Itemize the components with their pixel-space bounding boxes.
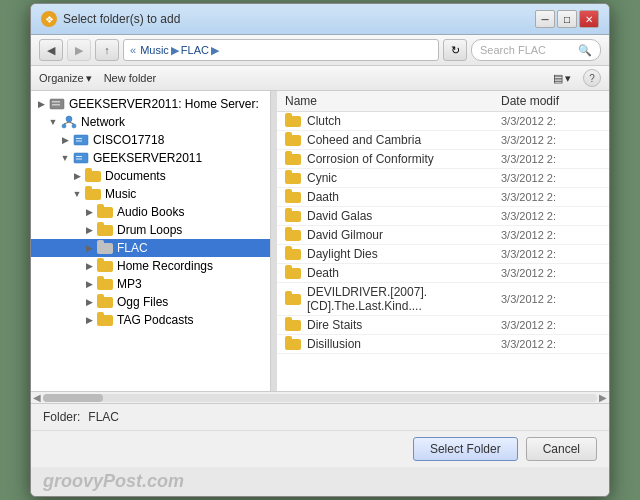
- file-row[interactable]: Coheed and Cambria 3/3/2012 2:: [277, 131, 609, 150]
- tree-item-network[interactable]: ▼ Network: [31, 113, 270, 131]
- file-row[interactable]: Death 3/3/2012 2:: [277, 264, 609, 283]
- path-flac[interactable]: FLAC: [181, 44, 209, 56]
- file-date: 3/3/2012 2:: [501, 229, 601, 241]
- music-folder-icon: [85, 189, 101, 200]
- file-row[interactable]: David Gilmour 3/3/2012 2:: [277, 226, 609, 245]
- file-list-panel: Name Date modif Clutch 3/3/2012 2: Cohee…: [277, 91, 609, 391]
- file-row[interactable]: Cynic 3/3/2012 2:: [277, 169, 609, 188]
- tree-item-documents[interactable]: ▶ Documents: [31, 167, 270, 185]
- file-date: 3/3/2012 2:: [501, 115, 601, 127]
- cisco-expand-icon: ▶: [59, 134, 71, 146]
- flac-expand-icon: ▶: [83, 242, 95, 254]
- second-toolbar: Organize ▾ New folder ▤ ▾ ?: [31, 66, 609, 91]
- help-button[interactable]: ?: [583, 69, 601, 87]
- tree-item-drumloops[interactable]: ▶ Drum Loops: [31, 221, 270, 239]
- tree-item-music[interactable]: ▼ Music: [31, 185, 270, 203]
- refresh-button[interactable]: ↻: [443, 39, 467, 61]
- file-row[interactable]: Disillusion 3/3/2012 2:: [277, 335, 609, 354]
- svg-point-5: [72, 124, 76, 128]
- tree-item-cisco[interactable]: ▶ CISCO17718: [31, 131, 270, 149]
- file-folder-icon: [285, 268, 301, 279]
- minimize-button[interactable]: ─: [535, 10, 555, 28]
- tree-item-oggfiles[interactable]: ▶ Ogg Files: [31, 293, 270, 311]
- forward-button[interactable]: ▶: [67, 39, 91, 61]
- file-date: 3/3/2012 2:: [501, 191, 601, 203]
- tree-item-tagpodcasts[interactable]: ▶ TAG Podcasts: [31, 311, 270, 329]
- main-area: ▶ GEEKSERVER2011: Home Server: ▼: [31, 91, 609, 391]
- mp3-folder-icon: [97, 279, 113, 290]
- file-row[interactable]: Daath 3/3/2012 2:: [277, 188, 609, 207]
- select-folder-button[interactable]: Select Folder: [413, 437, 518, 461]
- file-row[interactable]: Clutch 3/3/2012 2:: [277, 112, 609, 131]
- file-folder-icon: [285, 154, 301, 165]
- drumloops-folder-icon: [97, 225, 113, 236]
- file-name: David Galas: [307, 209, 501, 223]
- title-bar: ❖ Select folder(s) to add ─ □ ✕: [31, 4, 609, 35]
- horizontal-scrollbar[interactable]: ◀ ▶: [31, 391, 609, 403]
- dialog-title: Select folder(s) to add: [63, 12, 180, 26]
- scrollbar-thumb[interactable]: [43, 394, 103, 402]
- mp3-label: MP3: [117, 277, 142, 291]
- tree-item-geekserver[interactable]: ▼ GEEKSERVER2011: [31, 149, 270, 167]
- new-folder-button[interactable]: New folder: [104, 72, 157, 84]
- file-folder-icon: [285, 249, 301, 260]
- file-date: 3/3/2012 2:: [501, 153, 601, 165]
- watermark: groovyPost.com: [31, 467, 609, 496]
- file-row[interactable]: David Galas 3/3/2012 2:: [277, 207, 609, 226]
- file-folder-icon: [285, 211, 301, 222]
- file-row[interactable]: Corrosion of Conformity 3/3/2012 2:: [277, 150, 609, 169]
- cisco-label: CISCO17718: [93, 133, 164, 147]
- cancel-button[interactable]: Cancel: [526, 437, 597, 461]
- mp3-expand-icon: ▶: [83, 278, 95, 290]
- file-row[interactable]: DEVILDRIVER.[2007].[CD].The.Last.Kind...…: [277, 283, 609, 316]
- file-name: Daath: [307, 190, 501, 204]
- network-icon: [61, 115, 77, 129]
- tree-item-mp3[interactable]: ▶ MP3: [31, 275, 270, 293]
- view-button[interactable]: ▤ ▾: [553, 72, 571, 85]
- file-date: 3/3/2012 2:: [501, 319, 601, 331]
- file-name: Death: [307, 266, 501, 280]
- path-sep-1: ▶: [171, 44, 179, 57]
- action-bar: Select Folder Cancel: [31, 430, 609, 467]
- tree-item-homerecordings[interactable]: ▶ Home Recordings: [31, 257, 270, 275]
- homerecordings-label: Home Recordings: [117, 259, 213, 273]
- close-button[interactable]: ✕: [579, 10, 599, 28]
- tree-server-root[interactable]: ▶ GEEKSERVER2011: Home Server:: [31, 95, 270, 113]
- server-icon: [49, 97, 65, 111]
- svg-line-6: [64, 122, 69, 124]
- network-expand-icon: ▼: [47, 116, 59, 128]
- file-folder-icon: [285, 116, 301, 127]
- path-bar[interactable]: « Music ▶ FLAC ▶: [123, 39, 439, 61]
- folder-bar-label: Folder:: [43, 410, 80, 424]
- svg-rect-13: [76, 159, 82, 160]
- cisco-server-icon: [73, 133, 89, 147]
- file-row[interactable]: Dire Staits 3/3/2012 2:: [277, 316, 609, 335]
- file-date: 3/3/2012 2:: [501, 267, 601, 279]
- file-name: Daylight Dies: [307, 247, 501, 261]
- back-button[interactable]: ◀: [39, 39, 63, 61]
- flac-label: FLAC: [117, 241, 148, 255]
- file-name: Disillusion: [307, 337, 501, 351]
- drumloops-label: Drum Loops: [117, 223, 182, 237]
- up-button[interactable]: ↑: [95, 39, 119, 61]
- navigation-toolbar: ◀ ▶ ↑ « Music ▶ FLAC ▶ ↻ Search FLAC 🔍: [31, 35, 609, 66]
- col-date-header[interactable]: Date modif: [501, 94, 601, 108]
- path-prefix: «: [130, 44, 136, 56]
- path-music[interactable]: Music: [140, 44, 169, 56]
- file-folder-icon: [285, 339, 301, 350]
- search-bar[interactable]: Search FLAC 🔍: [471, 39, 601, 61]
- audiobooks-folder-icon: [97, 207, 113, 218]
- tree-item-audiobooks[interactable]: ▶ Audio Books: [31, 203, 270, 221]
- tree-item-flac[interactable]: ▶ FLAC: [31, 239, 270, 257]
- maximize-button[interactable]: □: [557, 10, 577, 28]
- music-expand-icon: ▼: [71, 188, 83, 200]
- organize-button[interactable]: Organize ▾: [39, 72, 92, 85]
- scrollbar-track[interactable]: [43, 394, 597, 402]
- view-icon: ▤: [553, 72, 563, 85]
- path-sep-2: ▶: [211, 44, 219, 57]
- tagpodcasts-label: TAG Podcasts: [117, 313, 193, 327]
- file-row[interactable]: Daylight Dies 3/3/2012 2:: [277, 245, 609, 264]
- col-name-header[interactable]: Name: [285, 94, 501, 108]
- svg-rect-1: [52, 101, 60, 103]
- drumloops-expand-icon: ▶: [83, 224, 95, 236]
